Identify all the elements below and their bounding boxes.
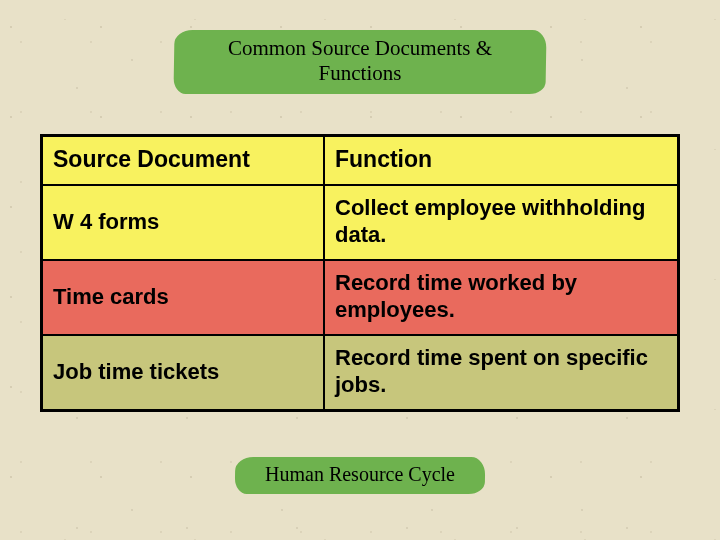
source-documents-table: Source Document Function W 4 forms Colle… — [40, 134, 680, 412]
cell-function: Record time worked by employees. — [324, 260, 679, 335]
col-header-function: Function — [324, 136, 679, 185]
table-row: Job time tickets Record time spent on sp… — [42, 335, 679, 411]
cell-document: Time cards — [42, 260, 325, 335]
cell-document: W 4 forms — [42, 185, 325, 260]
slide-title-banner: Common Source Documents & Functions — [180, 28, 540, 96]
slide-footer: Human Resource Cycle — [265, 463, 455, 485]
slide-footer-banner: Human Resource Cycle — [241, 455, 479, 496]
cell-function: Collect employee withholding data. — [324, 185, 679, 260]
cell-function: Record time spent on specific jobs. — [324, 335, 679, 411]
col-header-source-document: Source Document — [42, 136, 325, 185]
highlight-marker: Human Resource Cycle — [241, 455, 479, 496]
cell-document: Job time tickets — [42, 335, 325, 411]
table-row: Time cards Record time worked by employe… — [42, 260, 679, 335]
table-row: W 4 forms Collect employee withholding d… — [42, 185, 679, 260]
highlight-marker: Common Source Documents & Functions — [180, 28, 540, 96]
slide-title: Common Source Documents & Functions — [228, 36, 492, 85]
table-header-row: Source Document Function — [42, 136, 679, 185]
